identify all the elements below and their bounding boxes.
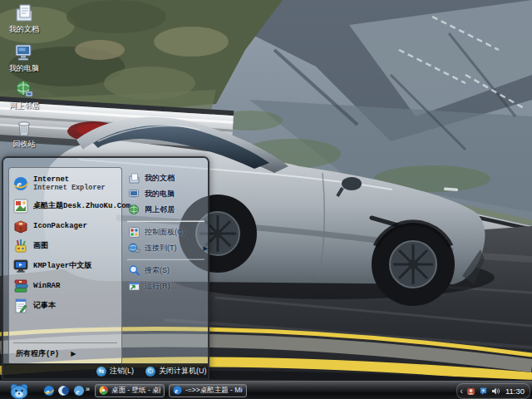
menu-item-label: 画图: [33, 242, 48, 250]
start-menu-footer: ⇆ 注销(L) ⏻ 关闭计算机(U): [3, 363, 208, 378]
menu-item-my-documents[interactable]: 我的文档: [126, 170, 206, 186]
log-off-icon: ⇆: [96, 367, 106, 377]
menu-item-paint[interactable]: 画图: [9, 236, 121, 256]
network-places-icon: [13, 79, 35, 101]
recycle-bin-icon: [13, 117, 35, 139]
start-button[interactable]: [7, 382, 32, 399]
menu-item-label: 我的电脑: [145, 189, 175, 200]
menu-item-label: WinRAR: [33, 282, 60, 290]
kmplayer-icon: [12, 258, 29, 274]
menu-separator: [127, 220, 204, 222]
tray-volume-icon[interactable]: [491, 387, 500, 396]
zhuoku-theme-icon: [12, 198, 29, 214]
my-computer-small-icon: [128, 188, 140, 200]
wallpaper-car-rear-wheel: [372, 223, 455, 306]
winrar-icon: [12, 278, 29, 294]
all-programs-arrow-icon: ▶: [71, 350, 76, 357]
menu-item-sublabel: Internet Explorer: [33, 184, 106, 192]
desktop-icon-my-documents[interactable]: 我的文档: [2, 2, 47, 33]
log-off-label: 注销(L): [110, 366, 134, 377]
quick-launch-moon-icon[interactable]: [58, 385, 70, 397]
ie-window-icon: e: [173, 386, 182, 395]
tray-collapse-chevron[interactable]: ‹: [461, 387, 463, 396]
menu-item-zhuoku-theme[interactable]: 桌酷主题Desk.ZhuoKu.Com: [9, 196, 121, 216]
paint-icon: [12, 238, 29, 254]
connect-to-icon: [128, 242, 140, 254]
taskbar-button-label: 桌面 - 壁纸 - 桌酷壁...: [111, 386, 160, 396]
notepad-icon: [12, 298, 29, 314]
desktop-icon-recycle-bin[interactable]: 回收站: [2, 117, 47, 148]
menu-item-winrar[interactable]: WinRAR: [9, 276, 121, 296]
desktop-icon-label: 我的电脑: [9, 64, 39, 72]
menu-item-kmplayer[interactable]: KMPlayer中文版: [9, 256, 121, 276]
start-menu: e Internet Internet Explorer 桌酷主题Desk.Zh…: [2, 156, 209, 380]
svg-text:e: e: [76, 387, 80, 396]
taskbar-button-label: -=>>桌酷主题 - Mic...: [185, 386, 243, 396]
menu-item-network-places[interactable]: 网上邻居: [126, 202, 206, 218]
all-programs-button[interactable]: 所有程序(P) ▶: [9, 345, 121, 362]
iconpackager-icon: [12, 218, 29, 234]
menu-item-label: 桌酷主题Desk.ZhuoKu.Com: [33, 202, 131, 210]
desktop-icon-label: 网上邻居: [9, 101, 39, 110]
menu-item-label: 记事本: [33, 302, 56, 310]
menu-item-run[interactable]: 运行(R)...: [126, 278, 206, 294]
my-computer-icon: [13, 42, 35, 63]
menu-item-label: 控制面板(C): [145, 227, 185, 238]
search-icon: [128, 264, 140, 277]
start-menu-places-list: 我的文档 我的电脑 网上邻居: [126, 170, 206, 294]
svg-text:e: e: [17, 178, 22, 190]
my-documents-small-icon: [128, 172, 140, 185]
menu-item-control-panel[interactable]: 控制面板(C): [126, 224, 206, 240]
menu-item-connect-to[interactable]: 连接到(T) ▶: [126, 240, 206, 256]
menu-item-label: Internet: [33, 175, 106, 184]
menu-item-label: 连接到(T): [145, 243, 177, 254]
control-panel-icon: [128, 226, 140, 239]
quick-launch-browser-icon[interactable]: e: [73, 385, 85, 397]
shut-down-label: 关闭计算机(U): [159, 366, 207, 377]
taskbar-window-button-zhuoku-ie[interactable]: e -=>>桌酷主题 - Mic...: [169, 384, 247, 397]
tray-messenger-icon[interactable]: [479, 387, 488, 396]
all-programs-label: 所有程序(P): [16, 348, 59, 359]
menu-item-label: 我的文档: [145, 173, 175, 184]
menu-item-iconpackager[interactable]: IconPackager: [9, 216, 121, 236]
menu-item-label: 搜索(S): [145, 265, 170, 276]
taskbar: e e » 桌面 - 壁纸 - 桌酷壁... e -=>: [0, 381, 532, 399]
tray-clock: 11:30: [505, 387, 525, 396]
network-places-small-icon: [128, 204, 140, 216]
log-off-button[interactable]: ⇆ 注销(L): [96, 366, 134, 377]
my-documents-icon: [13, 2, 35, 24]
system-tray: ‹ 11:30: [456, 383, 530, 399]
desktop-icon-network-places[interactable]: 网上邻居: [2, 79, 47, 110]
menu-item-notepad[interactable]: 记事本: [9, 296, 121, 316]
start-menu-program-list: e Internet Internet Explorer 桌酷主题Desk.Zh…: [8, 167, 122, 365]
screen: 我的文档 我的电脑 网上邻居 回收站: [0, 0, 532, 399]
connect-to-arrow-icon: ▶: [204, 245, 208, 252]
quick-launch-ie-icon[interactable]: e: [43, 385, 55, 397]
svg-text:e: e: [47, 387, 50, 396]
menu-item-label: IconPackager: [33, 222, 87, 230]
menu-item-search[interactable]: 搜索(S): [126, 263, 206, 278]
menu-item-label: 网上邻居: [145, 204, 175, 215]
menu-item-my-computer[interactable]: 我的电脑: [126, 186, 206, 202]
quick-launch-chevron[interactable]: »: [86, 385, 90, 393]
desktop-icon-label: 我的文档: [9, 25, 39, 33]
menu-item-label: 运行(R)...: [145, 281, 176, 292]
menu-separator: [127, 259, 204, 260]
menu-item-internet[interactable]: e Internet Internet Explorer: [9, 171, 121, 196]
menu-item-label: KMPlayer中文版: [33, 262, 91, 270]
internet-explorer-icon: e: [12, 175, 29, 192]
menu-separator: [13, 342, 116, 343]
shut-down-icon: ⏻: [145, 367, 155, 377]
run-icon: [128, 280, 140, 293]
desktop-icon-my-computer[interactable]: 我的电脑: [2, 42, 47, 72]
shut-down-button[interactable]: ⏻ 关闭计算机(U): [145, 366, 207, 377]
desktop-icon-label: 回收站: [13, 140, 36, 148]
taskbar-window-button-wallpaper[interactable]: 桌面 - 壁纸 - 桌酷壁...: [95, 384, 165, 397]
wallpaper-window-icon: [99, 386, 108, 395]
tray-security-icon[interactable]: [466, 387, 475, 396]
